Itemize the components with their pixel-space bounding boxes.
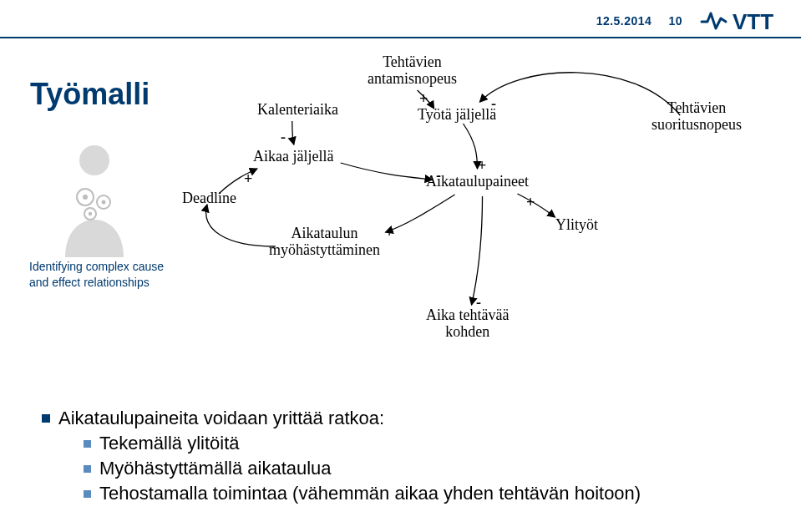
node-kalenteriaika: Kalenteriaika	[257, 102, 338, 119]
bullet-text: Myöhästyttämällä aikataulua	[99, 458, 332, 479]
header-rule	[0, 37, 801, 38]
bullet-level2: Tehostamalla toimintaa (vähemmän aikaa y…	[84, 483, 641, 504]
bullet-level2: Tekemällä ylitöitä	[84, 433, 641, 454]
caption-line: and effect relationships	[29, 275, 164, 291]
sign-minus: -	[491, 95, 496, 113]
svg-point-1	[79, 145, 109, 175]
causal-loop-diagram: Tehtävienantamisnopeus Kalenteriaika Aik…	[167, 50, 801, 359]
caption-line: Identifying complex cause	[29, 259, 164, 275]
node-ylityot: Ylityöt	[555, 217, 598, 234]
node-deadline: Deadline	[182, 190, 236, 207]
node-aikataulupaineet: Aikataulupaineet	[426, 174, 529, 190]
bullet-list: Aikataulupaineita voidaan yrittää ratkoa…	[42, 408, 641, 504]
slide-title: Työmalli	[30, 77, 150, 112]
person-caption: Identifying complex cause and effect rel…	[29, 259, 164, 291]
sign-plus: +	[419, 90, 428, 108]
svg-text:VTT: VTT	[733, 9, 773, 34]
sign-plus: +	[526, 194, 535, 211]
sign-minus: -	[281, 129, 286, 146]
node-aika-tehtavaa-kohden: Aika tehtävääkohden	[426, 307, 509, 341]
slide-header: 12.5.2014 10 VTT	[596, 0, 801, 35]
bullet-text: Tehostamalla toimintaa (vähemmän aikaa y…	[99, 483, 641, 504]
sign-plus: +	[478, 157, 486, 175]
svg-point-6	[102, 200, 106, 205]
node-aikataulun-myohastyttaminen: Aikataulunmyöhästyttäminen	[269, 225, 380, 259]
bullet-level2: Myöhästyttämällä aikataulua	[84, 458, 641, 479]
bullet-text: Aikataulupaineita voidaan yrittää ratkoa…	[58, 408, 384, 428]
header-pagenum: 10	[668, 14, 682, 28]
node-aikaa-jaljella: Aikaa jäljellä	[253, 149, 333, 165]
header-date: 12.5.2014	[596, 14, 652, 28]
vtt-logo: VTT	[699, 7, 791, 35]
sign-minus: -	[436, 167, 441, 185]
sign-plus: +	[385, 224, 393, 241]
person-gears-icon	[48, 140, 140, 261]
sign-plus: +	[244, 170, 252, 188]
node-tehtavien-suoritusnopeus: Tehtäviensuoritusnopeus	[651, 100, 742, 134]
bullet-text: Tekemällä ylitöitä	[99, 433, 240, 453]
bullet-level1: Aikataulupaineita voidaan yrittää ratkoa…	[42, 408, 641, 429]
node-tyota-jaljella: Työtä jäljellä	[418, 107, 496, 124]
svg-point-7	[89, 212, 92, 215]
sign-minus: -	[476, 294, 481, 312]
node-tehtavien-antamisnopeus: Tehtävienantamisnopeus	[368, 54, 457, 88]
svg-point-5	[83, 195, 88, 200]
